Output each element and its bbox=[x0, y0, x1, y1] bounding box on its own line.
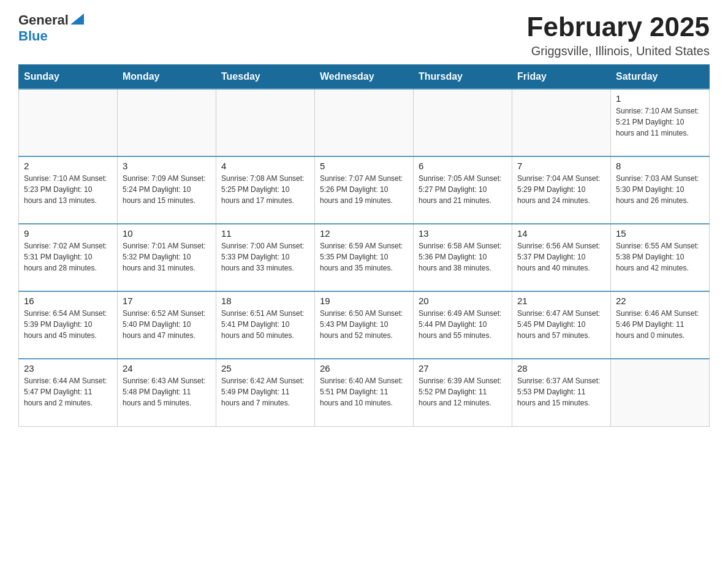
day-info: Sunrise: 7:09 AM Sunset: 5:24 PM Dayligh… bbox=[123, 173, 211, 206]
logo-blue: Blue bbox=[18, 28, 48, 44]
day-number: 5 bbox=[320, 161, 408, 171]
svg-marker-0 bbox=[70, 13, 84, 25]
calendar-week-row: 2Sunrise: 7:10 AM Sunset: 5:23 PM Daylig… bbox=[19, 156, 710, 224]
day-info: Sunrise: 7:07 AM Sunset: 5:26 PM Dayligh… bbox=[320, 173, 408, 206]
calendar-cell: 18Sunrise: 6:51 AM Sunset: 5:41 PM Dayli… bbox=[216, 291, 315, 359]
day-number: 15 bbox=[616, 228, 704, 239]
calendar-title: February 2025 bbox=[527, 12, 710, 42]
day-number: 3 bbox=[123, 161, 211, 171]
day-info: Sunrise: 7:05 AM Sunset: 5:27 PM Dayligh… bbox=[419, 173, 507, 206]
day-info: Sunrise: 7:10 AM Sunset: 5:21 PM Dayligh… bbox=[616, 105, 704, 139]
day-number: 21 bbox=[517, 296, 605, 306]
calendar-cell bbox=[216, 89, 315, 156]
calendar-cell: 14Sunrise: 6:56 AM Sunset: 5:37 PM Dayli… bbox=[512, 224, 611, 291]
day-number: 20 bbox=[419, 296, 507, 306]
day-number: 12 bbox=[320, 228, 408, 239]
day-number: 6 bbox=[419, 161, 507, 171]
day-info: Sunrise: 7:10 AM Sunset: 5:23 PM Dayligh… bbox=[24, 173, 112, 206]
calendar-cell: 15Sunrise: 6:55 AM Sunset: 5:38 PM Dayli… bbox=[611, 224, 710, 291]
weekday-header: Thursday bbox=[414, 65, 512, 90]
day-info: Sunrise: 6:50 AM Sunset: 5:43 PM Dayligh… bbox=[320, 308, 408, 341]
weekday-header: Wednesday bbox=[315, 65, 414, 90]
calendar-cell: 22Sunrise: 6:46 AM Sunset: 5:46 PM Dayli… bbox=[611, 291, 710, 359]
day-info: Sunrise: 6:51 AM Sunset: 5:41 PM Dayligh… bbox=[221, 308, 309, 341]
day-number: 28 bbox=[517, 363, 605, 373]
day-number: 16 bbox=[24, 296, 112, 306]
day-number: 24 bbox=[123, 363, 211, 373]
day-info: Sunrise: 6:46 AM Sunset: 5:46 PM Dayligh… bbox=[616, 308, 704, 341]
day-info: Sunrise: 7:00 AM Sunset: 5:33 PM Dayligh… bbox=[221, 240, 309, 274]
calendar-week-row: 9Sunrise: 7:02 AM Sunset: 5:31 PM Daylig… bbox=[19, 224, 710, 291]
calendar-cell: 6Sunrise: 7:05 AM Sunset: 5:27 PM Daylig… bbox=[414, 156, 512, 224]
day-info: Sunrise: 7:01 AM Sunset: 5:32 PM Dayligh… bbox=[123, 240, 211, 274]
day-info: Sunrise: 6:56 AM Sunset: 5:37 PM Dayligh… bbox=[517, 240, 605, 274]
weekday-header: Tuesday bbox=[216, 65, 315, 90]
day-number: 14 bbox=[517, 228, 605, 239]
calendar-cell: 25Sunrise: 6:42 AM Sunset: 5:49 PM Dayli… bbox=[216, 359, 315, 426]
day-info: Sunrise: 6:59 AM Sunset: 5:35 PM Dayligh… bbox=[320, 240, 408, 274]
calendar-week-row: 23Sunrise: 6:44 AM Sunset: 5:47 PM Dayli… bbox=[19, 359, 710, 426]
day-info: Sunrise: 6:44 AM Sunset: 5:47 PM Dayligh… bbox=[24, 375, 112, 408]
calendar-week-row: 16Sunrise: 6:54 AM Sunset: 5:39 PM Dayli… bbox=[19, 291, 710, 359]
calendar-cell: 9Sunrise: 7:02 AM Sunset: 5:31 PM Daylig… bbox=[19, 224, 118, 291]
day-info: Sunrise: 6:55 AM Sunset: 5:38 PM Dayligh… bbox=[616, 240, 704, 274]
day-info: Sunrise: 6:43 AM Sunset: 5:48 PM Dayligh… bbox=[123, 375, 211, 408]
day-info: Sunrise: 6:42 AM Sunset: 5:49 PM Dayligh… bbox=[221, 375, 309, 408]
calendar-cell: 17Sunrise: 6:52 AM Sunset: 5:40 PM Dayli… bbox=[118, 291, 216, 359]
day-number: 2 bbox=[24, 161, 112, 171]
calendar-subtitle: Griggsville, Illinois, United States bbox=[527, 44, 710, 58]
day-info: Sunrise: 6:40 AM Sunset: 5:51 PM Dayligh… bbox=[320, 375, 408, 408]
day-number: 11 bbox=[221, 228, 309, 239]
day-number: 17 bbox=[123, 296, 211, 306]
day-info: Sunrise: 6:58 AM Sunset: 5:36 PM Dayligh… bbox=[419, 240, 507, 274]
weekday-header-row: SundayMondayTuesdayWednesdayThursdayFrid… bbox=[19, 65, 710, 90]
calendar-cell: 23Sunrise: 6:44 AM Sunset: 5:47 PM Dayli… bbox=[19, 359, 118, 426]
calendar-cell: 12Sunrise: 6:59 AM Sunset: 5:35 PM Dayli… bbox=[315, 224, 414, 291]
day-info: Sunrise: 7:04 AM Sunset: 5:29 PM Dayligh… bbox=[517, 173, 605, 206]
day-info: Sunrise: 6:37 AM Sunset: 5:53 PM Dayligh… bbox=[517, 375, 605, 408]
calendar-cell: 21Sunrise: 6:47 AM Sunset: 5:45 PM Dayli… bbox=[512, 291, 611, 359]
calendar-cell: 16Sunrise: 6:54 AM Sunset: 5:39 PM Dayli… bbox=[19, 291, 118, 359]
calendar-cell bbox=[512, 89, 611, 156]
calendar-cell bbox=[118, 89, 216, 156]
calendar-cell: 3Sunrise: 7:09 AM Sunset: 5:24 PM Daylig… bbox=[118, 156, 216, 224]
calendar-cell bbox=[19, 89, 118, 156]
day-info: Sunrise: 6:54 AM Sunset: 5:39 PM Dayligh… bbox=[24, 308, 112, 341]
day-info: Sunrise: 7:03 AM Sunset: 5:30 PM Dayligh… bbox=[616, 173, 704, 206]
calendar-cell: 19Sunrise: 6:50 AM Sunset: 5:43 PM Dayli… bbox=[315, 291, 414, 359]
calendar-cell: 7Sunrise: 7:04 AM Sunset: 5:29 PM Daylig… bbox=[512, 156, 611, 224]
weekday-header: Saturday bbox=[611, 65, 710, 90]
day-info: Sunrise: 6:52 AM Sunset: 5:40 PM Dayligh… bbox=[123, 308, 211, 341]
calendar-cell: 27Sunrise: 6:39 AM Sunset: 5:52 PM Dayli… bbox=[414, 359, 512, 426]
day-info: Sunrise: 6:39 AM Sunset: 5:52 PM Dayligh… bbox=[419, 375, 507, 408]
day-number: 10 bbox=[123, 228, 211, 239]
calendar-cell: 2Sunrise: 7:10 AM Sunset: 5:23 PM Daylig… bbox=[19, 156, 118, 224]
day-info: Sunrise: 7:02 AM Sunset: 5:31 PM Dayligh… bbox=[24, 240, 112, 274]
calendar-cell: 5Sunrise: 7:07 AM Sunset: 5:26 PM Daylig… bbox=[315, 156, 414, 224]
calendar-cell: 13Sunrise: 6:58 AM Sunset: 5:36 PM Dayli… bbox=[414, 224, 512, 291]
calendar-week-row: 1Sunrise: 7:10 AM Sunset: 5:21 PM Daylig… bbox=[19, 89, 710, 156]
day-number: 26 bbox=[320, 363, 408, 373]
weekday-header: Sunday bbox=[19, 65, 118, 90]
calendar-cell: 24Sunrise: 6:43 AM Sunset: 5:48 PM Dayli… bbox=[118, 359, 216, 426]
day-number: 1 bbox=[616, 93, 704, 104]
day-number: 7 bbox=[517, 161, 605, 171]
logo-general: General bbox=[18, 12, 69, 28]
calendar-cell: 4Sunrise: 7:08 AM Sunset: 5:25 PM Daylig… bbox=[216, 156, 315, 224]
calendar-cell bbox=[315, 89, 414, 156]
weekday-header: Friday bbox=[512, 65, 611, 90]
day-number: 23 bbox=[24, 363, 112, 373]
title-section: February 2025 Griggsville, Illinois, Uni… bbox=[527, 12, 710, 58]
calendar-cell bbox=[611, 359, 710, 426]
day-number: 4 bbox=[221, 161, 309, 171]
calendar-cell: 11Sunrise: 7:00 AM Sunset: 5:33 PM Dayli… bbox=[216, 224, 315, 291]
weekday-header: Monday bbox=[118, 65, 216, 90]
calendar-cell: 28Sunrise: 6:37 AM Sunset: 5:53 PM Dayli… bbox=[512, 359, 611, 426]
logo-triangle-icon bbox=[70, 13, 84, 25]
day-number: 8 bbox=[616, 161, 704, 171]
calendar-cell: 10Sunrise: 7:01 AM Sunset: 5:32 PM Dayli… bbox=[118, 224, 216, 291]
logo: General Blue bbox=[18, 12, 84, 44]
day-number: 19 bbox=[320, 296, 408, 306]
calendar-cell bbox=[414, 89, 512, 156]
day-info: Sunrise: 6:49 AM Sunset: 5:44 PM Dayligh… bbox=[419, 308, 507, 341]
